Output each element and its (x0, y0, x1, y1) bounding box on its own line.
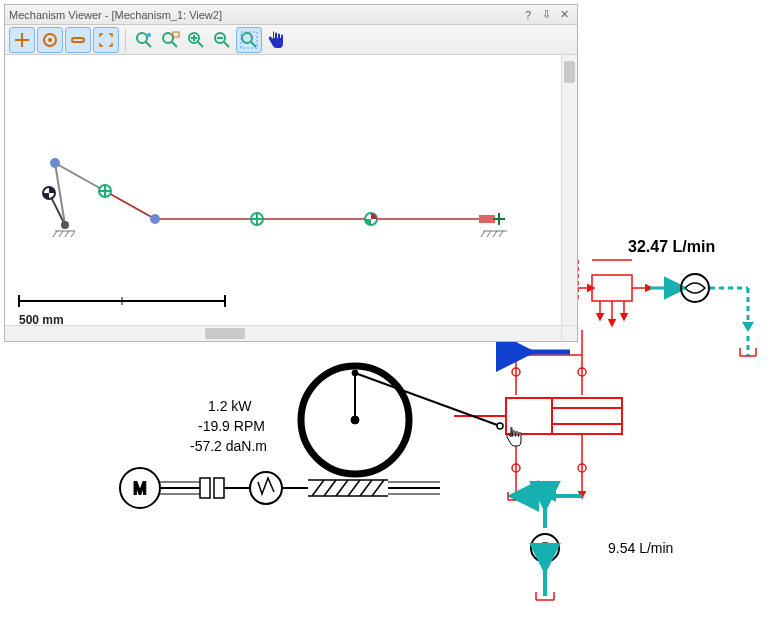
svg-line-97 (481, 231, 485, 237)
svg-line-98 (487, 231, 491, 237)
svg-rect-80 (173, 32, 179, 37)
svg-point-43 (120, 468, 160, 508)
pivot-joint-button[interactable] (37, 27, 63, 53)
svg-line-89 (251, 42, 256, 47)
svg-point-77 (147, 33, 151, 37)
svg-line-79 (172, 42, 177, 47)
svg-text:M: M (133, 480, 146, 497)
zoom-in-button[interactable] (184, 28, 208, 52)
svg-line-103 (55, 163, 105, 191)
svg-point-64 (301, 366, 409, 474)
svg-line-57 (336, 480, 348, 496)
fit-view-button[interactable] (93, 27, 119, 53)
panel-title: Mechanism Viewer - [Mechanism_1: View2] (9, 9, 519, 21)
svg-rect-48 (200, 478, 210, 498)
svg-rect-117 (479, 215, 495, 223)
close-button[interactable]: ✕ (555, 7, 573, 23)
zoom-region-button[interactable] (236, 27, 262, 53)
speed-readout: -19.9 RPM (198, 418, 265, 434)
svg-point-108 (50, 158, 60, 168)
svg-point-65 (351, 416, 359, 424)
svg-marker-12 (742, 322, 754, 332)
svg-line-86 (224, 42, 229, 47)
svg-rect-25 (552, 408, 622, 424)
svg-point-51 (250, 472, 282, 504)
svg-rect-49 (214, 478, 224, 498)
power-readout: 1.2 kW (208, 398, 252, 414)
panel-toolbar (5, 25, 577, 55)
svg-point-9 (681, 274, 709, 302)
svg-point-73 (48, 38, 52, 42)
svg-point-88 (242, 33, 252, 43)
svg-point-36 (531, 534, 559, 562)
svg-line-68 (355, 373, 500, 426)
svg-rect-1 (592, 275, 632, 301)
pin-button[interactable]: ⇩ (537, 7, 555, 23)
svg-line-76 (146, 42, 151, 47)
svg-line-94 (65, 231, 69, 237)
horizontal-scrollbar[interactable] (5, 325, 561, 341)
svg-line-58 (348, 480, 360, 496)
flywheel (301, 366, 503, 474)
panel-titlebar[interactable]: Mechanism Viewer - [Mechanism_1: View2] … (5, 5, 577, 25)
mechanism-viewer-panel: Mechanism Viewer - [Mechanism_1: View2] … (4, 4, 578, 342)
svg-marker-34 (545, 490, 556, 502)
mechanism-canvas[interactable]: 500 mm (5, 55, 577, 341)
vertical-scrollbar[interactable] (561, 55, 577, 325)
svg-point-78 (163, 33, 173, 43)
svg-point-20 (578, 368, 586, 376)
svg-line-82 (198, 42, 203, 47)
svg-line-93 (59, 231, 63, 237)
svg-point-28 (512, 464, 520, 472)
svg-point-75 (137, 33, 147, 43)
svg-line-99 (493, 231, 497, 237)
svg-point-106 (61, 221, 69, 229)
add-joint-button[interactable] (9, 27, 35, 53)
svg-line-100 (499, 231, 503, 237)
pan-button[interactable] (264, 28, 288, 52)
zoom-window-button[interactable] (132, 28, 156, 52)
svg-line-92 (53, 231, 57, 237)
torque-readout: -57.2 daN.m (190, 438, 267, 454)
svg-line-104 (105, 191, 155, 219)
svg-line-56 (324, 480, 336, 496)
svg-line-60 (372, 480, 384, 496)
toolbar-separator (125, 29, 126, 51)
link-tool-button[interactable] (65, 27, 91, 53)
flow-bottom-readout: 9.54 L/min (608, 540, 673, 556)
svg-line-95 (71, 231, 75, 237)
svg-point-66 (352, 370, 358, 376)
svg-point-18 (512, 368, 520, 376)
svg-line-55 (312, 480, 324, 496)
scroll-corner (561, 325, 577, 341)
zoom-out-button[interactable] (210, 28, 234, 52)
svg-point-69 (497, 423, 503, 429)
cursor-hand-icon (505, 427, 523, 447)
hydraulic-cylinder (454, 398, 622, 434)
flow-top-readout: 32.47 L/min (628, 238, 715, 256)
svg-rect-74 (72, 38, 84, 42)
zoom-fit-button[interactable] (158, 28, 182, 52)
drivetrain: M (120, 468, 440, 508)
help-button[interactable]: ? (519, 7, 537, 23)
svg-rect-23 (506, 398, 622, 434)
svg-point-112 (150, 214, 160, 224)
svg-line-59 (360, 480, 372, 496)
svg-point-30 (578, 464, 586, 472)
